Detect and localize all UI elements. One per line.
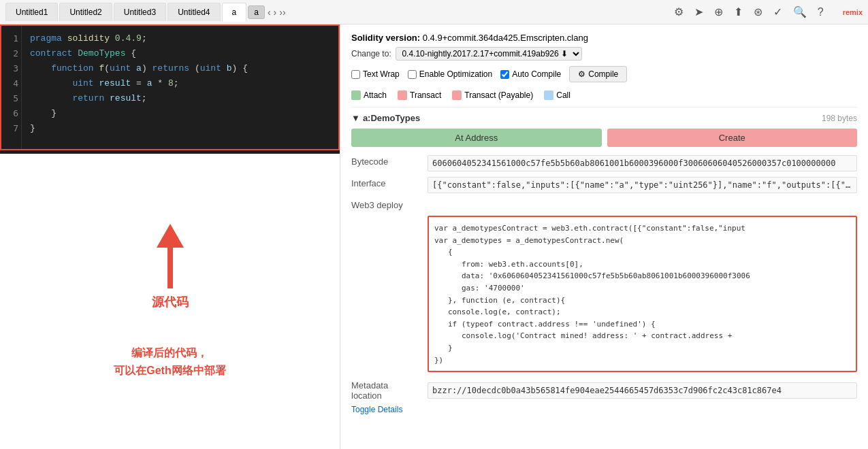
- text-wrap-checkbox[interactable]: [351, 70, 360, 79]
- tab-arrow-right[interactable]: ›: [274, 7, 277, 18]
- code-line-7: }: [30, 121, 248, 136]
- enable-optimization-checkbox[interactable]: [408, 70, 417, 79]
- code-line-3: function f(uint a) returns (uint b) {: [30, 61, 248, 76]
- line-num-5: 5: [4, 91, 18, 106]
- help-icon[interactable]: ?: [818, 6, 824, 18]
- create-button[interactable]: Create: [607, 129, 858, 147]
- contract-collapse-icon[interactable]: ▼: [351, 113, 360, 123]
- tab-untitled4[interactable]: Untitled4: [167, 3, 220, 21]
- annotation-source-label: 源代码: [152, 294, 189, 310]
- code-line-6: }: [30, 106, 248, 121]
- line-num-4: 4: [4, 76, 18, 91]
- tab-add-button[interactable]: a: [248, 5, 265, 19]
- layers-icon[interactable]: ⊕: [714, 5, 723, 18]
- line-num-7: 7: [4, 121, 18, 136]
- tab-untitled1[interactable]: Untitled1: [5, 3, 58, 21]
- code-line-5: return result;: [30, 91, 248, 106]
- search-icon[interactable]: 🔍: [793, 5, 807, 18]
- auto-compile-label: Auto Compile: [512, 69, 561, 79]
- transact-payable-label: Transact (Payable): [464, 90, 533, 100]
- interface-row: Interface [{"constant":false,"inputs":[{…: [351, 177, 857, 193]
- left-annotations: 源代码 编译后的代码，可以在Geth网络中部署: [0, 154, 340, 449]
- web3-deploy-code[interactable]: var a_demotypesContract = web3.eth.contr…: [428, 216, 857, 372]
- annotation-compiled-label: 编译后的代码，可以在Geth网络中部署: [114, 344, 225, 379]
- web3-line-3: {: [434, 246, 850, 259]
- solidity-version-label: Solidity version:: [351, 33, 420, 43]
- web3-line-12: }): [434, 354, 850, 367]
- call-label: Call: [556, 90, 570, 100]
- bytecode-value: 6060604052341561000c57fe5b5b60ab8061001b…: [428, 155, 857, 171]
- at-address-button[interactable]: At Address: [351, 129, 602, 147]
- transact-color: [398, 90, 407, 100]
- auto-compile-checkbox[interactable]: [500, 70, 509, 79]
- text-wrap-option[interactable]: Text Wrap: [351, 69, 400, 79]
- web3-line-4: from: web3.eth.accounts[0],: [434, 259, 850, 271]
- interface-value: [{"constant":false,"inputs":[{"name":"a"…: [428, 177, 857, 193]
- metadata-label: Metadata location: [351, 380, 419, 401]
- line-num-2: 2: [4, 46, 18, 61]
- code-line-1: pragma solidity 0.4.9;: [30, 31, 248, 46]
- code-line-2: contract DemoTypes {: [30, 46, 248, 61]
- remix-logo: remix: [843, 8, 863, 16]
- main-layout: 1 2 3 4 5 6 7 pragma solidity 0.4.9; con…: [0, 24, 868, 449]
- upload-icon[interactable]: ⬆: [734, 5, 743, 18]
- tab-arrow-left[interactable]: ‹: [268, 7, 271, 18]
- contract-header: ▼ a:DemoTypes 198 bytes: [351, 113, 857, 123]
- tab-overflow[interactable]: ››: [279, 7, 285, 18]
- contract-size: 198 bytes: [822, 114, 857, 123]
- web3-line-7: }, function (e, contract){: [434, 295, 850, 307]
- bytecode-label: Bytecode: [351, 155, 419, 167]
- interface-label: Interface: [351, 177, 419, 188]
- text-wrap-label: Text Wrap: [363, 69, 400, 79]
- web3-line-9: if (typeof contract.address !== 'undefin…: [434, 318, 850, 331]
- bytecode-row: Bytecode 6060604052341561000c57fe5b5b60a…: [351, 155, 857, 171]
- solidity-version-row: Solidity version: 0.4.9+commit.364da425.…: [351, 33, 857, 43]
- change-to-label: Change to:: [351, 49, 391, 59]
- bug-icon[interactable]: ⊛: [754, 5, 762, 18]
- legend-attach: Attach: [351, 90, 387, 100]
- web3-line-6: gas: '4700000': [434, 282, 850, 295]
- contract-buttons: At Address Create: [351, 129, 857, 147]
- metadata-value: bzzr://10decdc0b0a43b565814fe904eae25446…: [428, 382, 857, 399]
- code-editor[interactable]: 1 2 3 4 5 6 7 pragma solidity 0.4.9; con…: [0, 24, 340, 150]
- contract-name: a:DemoTypes: [363, 113, 420, 123]
- auto-compile-option[interactable]: Auto Compile: [500, 69, 561, 79]
- compile-button-label: Compile: [588, 69, 618, 79]
- toolbar-icons: ⚙ ➤ ⊕ ⬆ ⊛ ✓ 🔍 ? remix: [674, 5, 863, 18]
- web3-line-11: }: [434, 342, 850, 354]
- web3-line-2: var a_demotypes = a_demotypesContract.ne…: [434, 235, 850, 247]
- legend-transact-payable: Transact (Payable): [452, 90, 533, 100]
- toggle-details-link[interactable]: Toggle Details: [351, 405, 857, 414]
- code-content[interactable]: pragma solidity 0.4.9; contract DemoType…: [22, 26, 256, 149]
- contract-title: ▼ a:DemoTypes: [351, 113, 420, 123]
- code-panel: 1 2 3 4 5 6 7 pragma solidity 0.4.9; con…: [0, 24, 340, 449]
- arrow-shaft: [167, 248, 173, 288]
- transact-label: Transact: [410, 90, 441, 100]
- tab-navigation: ‹ › ››: [268, 7, 286, 18]
- web3-line-1: var a_demotypesContract = web3.eth.contr…: [434, 222, 850, 235]
- send-icon[interactable]: ➤: [694, 5, 703, 18]
- tab-a[interactable]: a: [222, 3, 247, 22]
- gear-icon: ⚙: [578, 69, 585, 79]
- code-lines-container: 1 2 3 4 5 6 7 pragma solidity 0.4.9; con…: [1, 26, 338, 149]
- contract-section: ▼ a:DemoTypes 198 bytes At Address Creat…: [351, 107, 857, 414]
- arrow-up-icon: [157, 224, 184, 248]
- enable-optimization-option[interactable]: Enable Optimization: [408, 69, 492, 79]
- call-color: [544, 90, 553, 100]
- line-num-6: 6: [4, 106, 18, 121]
- settings-icon[interactable]: ⚙: [674, 5, 684, 18]
- tab-bar: Untitled1 Untitled2 Untitled3 Untitled4 …: [0, 0, 868, 24]
- web3-deploy-row: Web3 deploy: [351, 199, 857, 210]
- compile-button[interactable]: ⚙ Compile: [569, 66, 627, 82]
- compile-options: Text Wrap Enable Optimization Auto Compi…: [351, 66, 857, 82]
- line-num-3: 3: [4, 61, 18, 76]
- version-select[interactable]: 0.4.10-nightly.2017.2.17+commit.419ab926…: [396, 47, 582, 61]
- code-line-4: uint result = a * 8;: [30, 76, 248, 91]
- web3-line-8: console.log(e, contract);: [434, 306, 850, 318]
- check-icon[interactable]: ✓: [773, 5, 782, 18]
- tab-untitled3[interactable]: Untitled3: [114, 3, 166, 21]
- enable-optimization-label: Enable Optimization: [419, 69, 492, 79]
- right-panel: Solidity version: 0.4.9+commit.364da425.…: [340, 24, 868, 449]
- web3-line-5: data: '0x6060604052341561000c57fe5b5b60a…: [434, 270, 850, 282]
- tab-untitled2[interactable]: Untitled2: [59, 3, 112, 21]
